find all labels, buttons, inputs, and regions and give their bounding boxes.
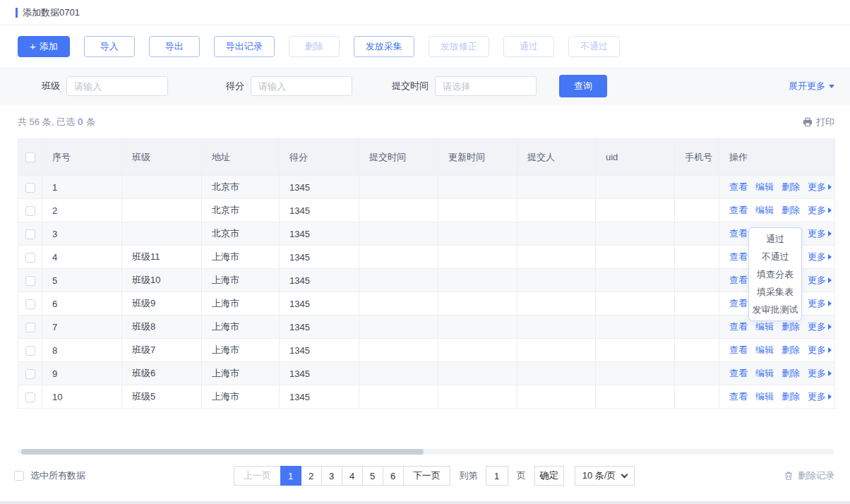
- row-checkbox[interactable]: [25, 183, 35, 193]
- row-checkbox[interactable]: [25, 229, 35, 239]
- row-checkbox-cell: [18, 176, 42, 199]
- more-actions-link[interactable]: 更多: [808, 321, 832, 332]
- dropdown-item-4[interactable]: 填采集表: [749, 283, 801, 301]
- action-link-2[interactable]: 编辑: [755, 391, 774, 402]
- row-checkbox[interactable]: [25, 299, 35, 309]
- toolbar-button-3[interactable]: 导出: [149, 36, 200, 57]
- more-actions-link[interactable]: 更多: [808, 205, 832, 215]
- toolbar-button-2[interactable]: 导入: [84, 36, 135, 57]
- action-link-1[interactable]: 查看: [729, 251, 748, 262]
- search-button[interactable]: 查询: [559, 75, 607, 97]
- cell-class_name: 班级8: [122, 316, 202, 339]
- select-all-checkbox[interactable]: [14, 471, 24, 481]
- print-button[interactable]: 打印: [803, 116, 834, 128]
- cell-seq: 5: [42, 269, 122, 292]
- action-link-1[interactable]: 查看: [729, 298, 748, 308]
- row-checkbox[interactable]: [25, 369, 35, 379]
- filter-input-submit-time[interactable]: [435, 76, 537, 96]
- action-link-3[interactable]: 删除: [782, 181, 800, 192]
- action-link-1[interactable]: 查看: [729, 228, 748, 239]
- confirm-button[interactable]: 确定: [534, 466, 564, 486]
- dropdown-item-3[interactable]: 填查分表: [749, 265, 801, 283]
- expand-more-link[interactable]: 展开更多: [789, 80, 834, 92]
- cell-uid: [596, 316, 675, 339]
- dropdown-item-1[interactable]: 通过: [749, 230, 801, 248]
- toolbar-button-6[interactable]: 发放采集: [354, 36, 414, 57]
- cell-address: 上海市: [202, 362, 280, 385]
- more-actions-link[interactable]: 更多: [808, 181, 832, 192]
- row-checkbox[interactable]: [25, 253, 35, 263]
- action-link-2[interactable]: 编辑: [755, 368, 774, 378]
- more-actions-link[interactable]: 更多: [808, 391, 832, 402]
- action-link-3[interactable]: 删除: [782, 391, 800, 402]
- row-checkbox[interactable]: [25, 346, 35, 356]
- pagination-page-3[interactable]: 3: [321, 466, 342, 486]
- column-header-5: 提交时间: [359, 139, 438, 176]
- pagination-prev[interactable]: 上一页: [234, 466, 281, 486]
- page-size-select[interactable]: 10 条/页: [575, 466, 635, 486]
- header-select-checkbox[interactable]: [25, 152, 35, 162]
- action-link-2[interactable]: 编辑: [755, 181, 774, 192]
- action-link-1[interactable]: 查看: [729, 181, 748, 192]
- jump-suffix-label: 页: [517, 469, 526, 482]
- toolbar-button-4[interactable]: 导出记录: [214, 36, 275, 57]
- action-link-2[interactable]: 编辑: [755, 344, 774, 355]
- row-checkbox[interactable]: [25, 323, 35, 332]
- more-actions-link[interactable]: 更多: [808, 251, 832, 262]
- more-actions-link[interactable]: 更多: [808, 368, 832, 378]
- table-row: 3北京市1345查看编辑删除更多: [18, 222, 835, 246]
- cell-phone: [675, 269, 719, 292]
- dropdown-item-5[interactable]: 发审批测试: [749, 301, 801, 318]
- dropdown-item-2[interactable]: 不通过: [749, 248, 801, 265]
- cell-class_name: 班级9: [122, 292, 202, 316]
- cell-score: 1345: [280, 292, 359, 316]
- data-table: 序号班级地址得分提交时间更新时间提交人uid手机号操作 1北京市1345查看编辑…: [18, 138, 835, 409]
- row-checkbox[interactable]: [25, 206, 35, 216]
- cell-address: 北京市: [202, 199, 280, 222]
- action-link-1[interactable]: 查看: [729, 368, 748, 378]
- chevron-down-icon: [621, 471, 628, 478]
- pagination-page-4[interactable]: 4: [342, 466, 363, 486]
- cell-submit_time: [359, 199, 438, 222]
- scrollbar-thumb[interactable]: [21, 449, 424, 455]
- cell-score: 1345: [280, 269, 359, 292]
- jump-page-input[interactable]: [486, 466, 508, 486]
- action-link-1[interactable]: 查看: [729, 275, 748, 285]
- row-checkbox-cell: [18, 339, 42, 362]
- action-link-3[interactable]: 删除: [782, 205, 800, 215]
- filter-input-score[interactable]: [251, 76, 352, 96]
- action-link-3[interactable]: 删除: [782, 368, 800, 378]
- action-link-2[interactable]: 编辑: [755, 321, 774, 332]
- row-checkbox-cell: [18, 246, 42, 269]
- expand-more-label: 展开更多: [789, 80, 825, 92]
- pagination-page-2[interactable]: 2: [301, 466, 322, 486]
- action-link-3[interactable]: 删除: [782, 344, 800, 355]
- delete-records-button[interactable]: 删除记录: [784, 469, 834, 482]
- cell-update_time: [438, 339, 517, 362]
- pagination-page-5[interactable]: 5: [362, 466, 383, 486]
- row-checkbox[interactable]: [25, 392, 35, 402]
- row-checkbox[interactable]: [25, 276, 35, 286]
- pagination-next[interactable]: 下一页: [403, 466, 450, 486]
- table-row: 10班级5上海市1345查看编辑删除更多: [18, 385, 835, 409]
- action-link-1[interactable]: 查看: [729, 321, 748, 332]
- action-link-1[interactable]: 查看: [729, 205, 748, 215]
- more-actions-link[interactable]: 更多: [808, 275, 832, 285]
- bottom-strip: [0, 501, 850, 504]
- horizontal-scrollbar[interactable]: [18, 449, 834, 455]
- page-title-bar: 添加数据0701: [0, 0, 850, 25]
- pagination-page-1[interactable]: 1: [280, 466, 301, 486]
- toolbar-button-1[interactable]: +添加: [18, 36, 70, 57]
- filter-input-class[interactable]: [66, 76, 168, 96]
- more-actions-link[interactable]: 更多: [808, 298, 832, 308]
- action-link-1[interactable]: 查看: [729, 344, 748, 355]
- action-link-1[interactable]: 查看: [729, 391, 748, 402]
- more-actions-link[interactable]: 更多: [808, 228, 832, 239]
- pagination: 上一页123456下一页 到第 页 确定 10 条/页: [234, 466, 635, 486]
- action-link-2[interactable]: 编辑: [755, 205, 774, 215]
- cell-actions: 查看编辑删除更多: [719, 385, 835, 409]
- more-label: 更多: [808, 228, 826, 239]
- more-actions-link[interactable]: 更多: [808, 344, 832, 355]
- pagination-page-6[interactable]: 6: [383, 466, 404, 486]
- action-link-3[interactable]: 删除: [782, 321, 800, 332]
